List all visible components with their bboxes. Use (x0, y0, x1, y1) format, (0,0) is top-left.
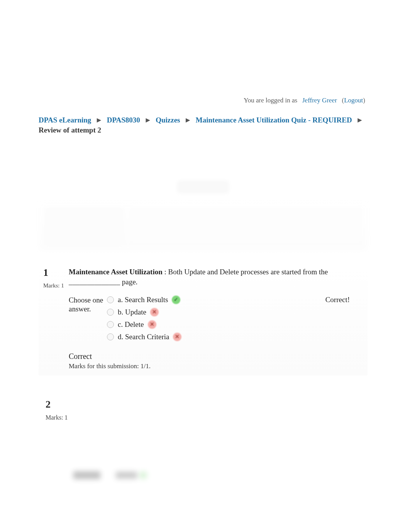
question-number: 2 (46, 399, 368, 410)
radio-input[interactable] (107, 296, 114, 303)
question-marks: Marks: 1 (43, 282, 66, 289)
answer-feedback: Correct! (325, 296, 365, 341)
crumb-root[interactable]: DPAS eLearning (39, 116, 91, 124)
answer-option: d. Search Criteria ✕ (107, 333, 181, 341)
crumb-sep: ► (356, 116, 363, 124)
crumb-sep: ► (95, 116, 103, 124)
crumb-sep: ► (184, 116, 191, 124)
question-number: 1 (43, 267, 66, 279)
blurred-summary-card (39, 202, 368, 250)
choose-one-label: Choose one answer. (69, 296, 107, 341)
question-text: Maintenance Asset Utilization : Both Upd… (69, 267, 365, 287)
user-link[interactable]: Jeffrey Greer (302, 97, 337, 104)
radio-input[interactable] (107, 321, 114, 328)
crumb-course[interactable]: DPAS8030 (107, 116, 140, 124)
crumb-sep: ► (144, 116, 152, 124)
answer-label: b. Update (118, 308, 146, 316)
blurred-button (178, 181, 229, 193)
crumb-quiz[interactable]: Maintenance Asset Utilization Quiz - REQ… (196, 116, 352, 124)
answer-option: c. Delete ✕ (107, 320, 181, 329)
question-marks: Marks: 1 (46, 414, 368, 421)
answer-label: a. Search Results (118, 296, 168, 304)
radio-input[interactable] (107, 309, 114, 316)
logout-link[interactable]: Logout (344, 97, 363, 104)
submission-marks: Marks for this submission: 1/1. (69, 362, 365, 370)
cross-icon: ✕ (150, 308, 159, 316)
paren-close: ) (363, 97, 365, 104)
login-status: You are logged in as Jeffrey Greer (Logo… (39, 97, 368, 104)
question-text-bold: Maintenance Asset Utilization (69, 268, 163, 276)
cross-icon: ✕ (148, 320, 156, 329)
radio-input[interactable] (107, 333, 114, 340)
answer-list: a. Search Results ✓ b. Update ✕ c. Delet… (107, 296, 181, 341)
answer-label: d. Search Criteria (118, 333, 169, 341)
question-2: 2 Marks: 1 (39, 399, 368, 421)
check-icon: ✓ (172, 296, 180, 304)
blurred-bottom-row (39, 471, 368, 479)
question-1: 1 Marks: 1 Maintenance Asset Utilization… (39, 265, 368, 375)
login-prefix: You are logged in as (244, 97, 297, 104)
crumb-current: Review of attempt 2 (39, 126, 101, 134)
cross-icon: ✕ (173, 333, 181, 341)
answer-option: a. Search Results ✓ (107, 296, 181, 304)
answer-label: c. Delete (118, 320, 144, 329)
breadcrumb: DPAS eLearning ► DPAS8030 ► Quizzes ► Ma… (39, 115, 368, 135)
answer-option: b. Update ✕ (107, 308, 181, 316)
result-label: Correct (69, 352, 365, 361)
crumb-section[interactable]: Quizzes (156, 116, 180, 124)
